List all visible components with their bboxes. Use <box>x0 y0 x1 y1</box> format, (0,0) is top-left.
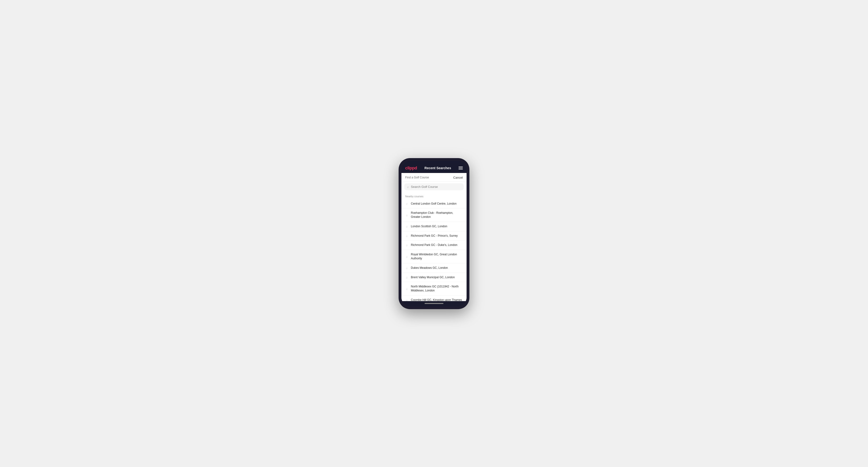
search-container: ⌕ <box>401 182 467 192</box>
course-name: Royal Wimbledon GC, Great London Authori… <box>411 252 463 260</box>
cancel-button[interactable]: Cancel <box>453 176 463 179</box>
search-input[interactable] <box>411 185 461 189</box>
list-item[interactable]: ⌕ Roehampton Club - Roehampton, Greater … <box>401 208 467 222</box>
phone-screen: clippd Recent Searches Find a Golf Cours… <box>401 161 467 306</box>
nearby-section-label: Nearby courses <box>401 192 467 199</box>
app-logo: clippd <box>405 166 417 170</box>
list-item[interactable]: ⌕ Dukes Meadows GC, London <box>401 263 467 273</box>
pin-icon: ⌕ <box>405 243 408 247</box>
pin-icon: ⌕ <box>405 213 408 217</box>
home-indicator <box>401 301 467 306</box>
pin-icon: ⌕ <box>405 298 408 301</box>
course-name: Coombe Hill GC, Kingston upon Thames <box>411 298 462 301</box>
list-item[interactable]: ⌕ Brent Valley Municipal GC, London <box>401 273 467 282</box>
course-name: North Middlesex GC (1011942 - North Midd… <box>411 285 463 292</box>
home-bar <box>425 303 443 304</box>
list-item[interactable]: ⌕ Richmond Park GC - Duke's, London <box>401 241 467 250</box>
status-bar <box>401 161 467 164</box>
list-item[interactable]: ⌕ Coombe Hill GC, Kingston upon Thames <box>401 295 467 301</box>
courses-list: Nearby courses ⌕ Central London Golf Cen… <box>401 192 467 301</box>
pin-icon: ⌕ <box>405 255 408 258</box>
course-name: Dukes Meadows GC, London <box>411 266 448 270</box>
list-item[interactable]: ⌕ Royal Wimbledon GC, Great London Autho… <box>401 250 467 263</box>
find-label: Find a Golf Course <box>405 176 429 179</box>
find-header: Find a Golf Course Cancel <box>401 173 467 182</box>
course-name: Brent Valley Municipal GC, London <box>411 275 455 279</box>
pin-icon: ⌕ <box>405 276 408 279</box>
course-name: Roehampton Club - Roehampton, Greater Lo… <box>411 211 463 219</box>
list-item[interactable]: ⌕ Central London Golf Centre, London <box>401 199 467 209</box>
pin-icon: ⌕ <box>405 287 408 290</box>
course-name: Richmond Park GC - Duke's, London <box>411 243 457 247</box>
phone-frame: clippd Recent Searches Find a Golf Cours… <box>399 158 469 309</box>
header-title: Recent Searches <box>425 166 451 170</box>
search-icon: ⌕ <box>407 185 409 189</box>
pin-icon: ⌕ <box>405 234 408 238</box>
pin-icon: ⌕ <box>405 266 408 270</box>
course-name: London Scottish GC, London <box>411 224 447 228</box>
list-item[interactable]: ⌕ North Middlesex GC (1011942 - North Mi… <box>401 282 467 295</box>
menu-icon[interactable] <box>459 166 463 169</box>
search-box: ⌕ <box>404 183 464 190</box>
pin-icon: ⌕ <box>405 225 408 228</box>
course-name: Central London Golf Centre, London <box>411 202 457 206</box>
list-item[interactable]: ⌕ London Scottish GC, London <box>401 222 467 231</box>
pin-icon: ⌕ <box>405 202 408 205</box>
list-item[interactable]: ⌕ Richmond Park GC - Prince's, Surrey <box>401 231 467 241</box>
course-name: Richmond Park GC - Prince's, Surrey <box>411 234 458 238</box>
screen-content: Find a Golf Course Cancel ⌕ Nearby cours… <box>401 173 467 301</box>
app-header: clippd Recent Searches <box>401 164 467 173</box>
